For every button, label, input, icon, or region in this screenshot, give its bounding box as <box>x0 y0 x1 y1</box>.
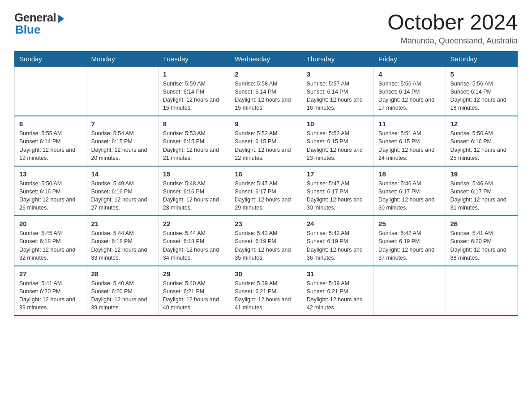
day-number: 30 <box>235 270 297 278</box>
day-info: Sunrise: 5:52 AMSunset: 6:15 PMDaylight:… <box>307 129 369 162</box>
day-number: 18 <box>378 170 441 178</box>
day-number: 7 <box>91 120 153 128</box>
day-info: Sunrise: 5:54 AMSunset: 6:15 PMDaylight:… <box>91 129 153 162</box>
calendar-cell: 26Sunrise: 5:41 AMSunset: 6:20 PMDayligh… <box>446 216 517 266</box>
calendar-cell: 8Sunrise: 5:53 AMSunset: 6:15 PMDaylight… <box>158 116 230 166</box>
day-number: 19 <box>450 170 513 178</box>
day-number: 29 <box>163 270 225 278</box>
day-number: 27 <box>19 270 82 278</box>
day-info: Sunrise: 5:42 AMSunset: 6:19 PMDaylight:… <box>378 229 441 262</box>
day-info: Sunrise: 5:48 AMSunset: 6:16 PMDaylight:… <box>163 180 225 212</box>
header-cell-monday: Monday <box>86 51 158 66</box>
day-info: Sunrise: 5:55 AMSunset: 6:14 PMDaylight:… <box>19 129 82 162</box>
calendar-week-row: 6Sunrise: 5:55 AMSunset: 6:14 PMDaylight… <box>15 116 518 166</box>
day-info: Sunrise: 5:42 AMSunset: 6:19 PMDaylight:… <box>307 229 369 262</box>
calendar-cell: 22Sunrise: 5:44 AMSunset: 6:18 PMDayligh… <box>158 216 230 266</box>
day-info: Sunrise: 5:53 AMSunset: 6:15 PMDaylight:… <box>163 129 225 162</box>
calendar-cell: 2Sunrise: 5:58 AMSunset: 6:14 PMDaylight… <box>230 66 302 116</box>
calendar-cell: 29Sunrise: 5:40 AMSunset: 6:21 PMDayligh… <box>158 266 230 316</box>
day-info: Sunrise: 5:39 AMSunset: 6:21 PMDaylight:… <box>307 279 369 312</box>
day-number: 24 <box>307 220 369 227</box>
day-info: Sunrise: 5:43 AMSunset: 6:19 PMDaylight:… <box>235 229 297 262</box>
logo-arrow-icon <box>58 14 64 23</box>
day-number: 25 <box>378 220 441 227</box>
logo-blue-text: Blue <box>15 23 40 37</box>
page-title: October 2024 <box>387 11 518 34</box>
day-number: 23 <box>235 220 297 227</box>
day-number: 6 <box>19 120 82 128</box>
day-number: 17 <box>307 170 369 178</box>
calendar-cell: 10Sunrise: 5:52 AMSunset: 6:15 PMDayligh… <box>302 116 373 166</box>
calendar-cell: 20Sunrise: 5:45 AMSunset: 6:18 PMDayligh… <box>15 216 86 266</box>
header: General Blue October 2024 Manunda, Queen… <box>14 11 518 46</box>
day-info: Sunrise: 5:50 AMSunset: 6:16 PMDaylight:… <box>19 180 82 212</box>
calendar-cell: 17Sunrise: 5:47 AMSunset: 6:17 PMDayligh… <box>302 166 373 216</box>
calendar-cell: 5Sunrise: 5:56 AMSunset: 6:14 PMDaylight… <box>446 66 517 116</box>
day-info: Sunrise: 5:44 AMSunset: 6:18 PMDaylight:… <box>163 229 225 262</box>
day-number: 1 <box>163 70 225 78</box>
day-number: 28 <box>91 270 153 278</box>
day-info: Sunrise: 5:58 AMSunset: 6:14 PMDaylight:… <box>235 80 297 112</box>
calendar-cell: 18Sunrise: 5:46 AMSunset: 6:17 PMDayligh… <box>374 166 446 216</box>
day-info: Sunrise: 5:39 AMSunset: 6:21 PMDaylight:… <box>235 279 297 312</box>
calendar-cell: 1Sunrise: 5:59 AMSunset: 6:14 PMDaylight… <box>158 66 230 116</box>
calendar-cell: 25Sunrise: 5:42 AMSunset: 6:19 PMDayligh… <box>374 216 446 266</box>
calendar-header-row: SundayMondayTuesdayWednesdayThursdayFrid… <box>15 51 518 66</box>
subtitle: Manunda, Queensland, Australia <box>387 36 518 46</box>
day-info: Sunrise: 5:46 AMSunset: 6:17 PMDaylight:… <box>450 180 513 212</box>
day-number: 9 <box>235 120 297 128</box>
day-info: Sunrise: 5:45 AMSunset: 6:18 PMDaylight:… <box>19 229 82 262</box>
calendar-cell: 11Sunrise: 5:51 AMSunset: 6:15 PMDayligh… <box>374 116 446 166</box>
day-info: Sunrise: 5:47 AMSunset: 6:17 PMDaylight:… <box>235 180 297 212</box>
day-number: 12 <box>450 120 513 128</box>
day-info: Sunrise: 5:50 AMSunset: 6:16 PMDaylight:… <box>450 129 513 162</box>
day-info: Sunrise: 5:56 AMSunset: 6:14 PMDaylight:… <box>378 80 441 112</box>
calendar-cell <box>446 266 517 316</box>
day-number: 5 <box>450 70 513 78</box>
calendar-cell: 19Sunrise: 5:46 AMSunset: 6:17 PMDayligh… <box>446 166 517 216</box>
calendar-week-row: 20Sunrise: 5:45 AMSunset: 6:18 PMDayligh… <box>15 216 518 266</box>
header-cell-tuesday: Tuesday <box>158 51 230 66</box>
calendar-cell <box>86 66 158 116</box>
day-number: 16 <box>235 170 297 178</box>
day-number: 4 <box>378 70 441 78</box>
title-section: October 2024 Manunda, Queensland, Austra… <box>387 11 518 46</box>
calendar-cell: 13Sunrise: 5:50 AMSunset: 6:16 PMDayligh… <box>15 166 86 216</box>
day-info: Sunrise: 5:49 AMSunset: 6:16 PMDaylight:… <box>91 180 153 212</box>
day-number: 14 <box>91 170 153 178</box>
day-info: Sunrise: 5:52 AMSunset: 6:15 PMDaylight:… <box>235 129 297 162</box>
day-info: Sunrise: 5:46 AMSunset: 6:17 PMDaylight:… <box>378 180 441 212</box>
calendar-cell: 15Sunrise: 5:48 AMSunset: 6:16 PMDayligh… <box>158 166 230 216</box>
calendar-cell: 9Sunrise: 5:52 AMSunset: 6:15 PMDaylight… <box>230 116 302 166</box>
day-info: Sunrise: 5:56 AMSunset: 6:14 PMDaylight:… <box>450 80 513 112</box>
calendar-cell: 23Sunrise: 5:43 AMSunset: 6:19 PMDayligh… <box>230 216 302 266</box>
day-info: Sunrise: 5:44 AMSunset: 6:18 PMDaylight:… <box>91 229 153 262</box>
day-number: 20 <box>19 220 82 227</box>
day-info: Sunrise: 5:40 AMSunset: 6:20 PMDaylight:… <box>91 279 153 312</box>
day-info: Sunrise: 5:41 AMSunset: 6:20 PMDaylight:… <box>19 279 82 312</box>
day-info: Sunrise: 5:51 AMSunset: 6:15 PMDaylight:… <box>378 129 441 162</box>
calendar-cell: 27Sunrise: 5:41 AMSunset: 6:20 PMDayligh… <box>15 266 86 316</box>
day-number: 11 <box>378 120 441 128</box>
calendar-cell: 14Sunrise: 5:49 AMSunset: 6:16 PMDayligh… <box>86 166 158 216</box>
header-cell-thursday: Thursday <box>302 51 373 66</box>
day-number: 2 <box>235 70 297 78</box>
calendar-table: SundayMondayTuesdayWednesdayThursdayFrid… <box>14 51 518 317</box>
calendar-cell: 3Sunrise: 5:57 AMSunset: 6:14 PMDaylight… <box>302 66 373 116</box>
day-number: 10 <box>307 120 369 128</box>
calendar-cell: 12Sunrise: 5:50 AMSunset: 6:16 PMDayligh… <box>446 116 517 166</box>
day-info: Sunrise: 5:41 AMSunset: 6:20 PMDaylight:… <box>450 229 513 262</box>
day-number: 13 <box>19 170 82 178</box>
calendar-week-row: 1Sunrise: 5:59 AMSunset: 6:14 PMDaylight… <box>15 66 518 116</box>
day-info: Sunrise: 5:59 AMSunset: 6:14 PMDaylight:… <box>163 80 225 112</box>
calendar-cell: 7Sunrise: 5:54 AMSunset: 6:15 PMDaylight… <box>86 116 158 166</box>
calendar-cell: 16Sunrise: 5:47 AMSunset: 6:17 PMDayligh… <box>230 166 302 216</box>
calendar-cell: 21Sunrise: 5:44 AMSunset: 6:18 PMDayligh… <box>86 216 158 266</box>
calendar-week-row: 13Sunrise: 5:50 AMSunset: 6:16 PMDayligh… <box>15 166 518 216</box>
day-number: 22 <box>163 220 225 227</box>
day-number: 3 <box>307 70 369 78</box>
calendar-cell: 24Sunrise: 5:42 AMSunset: 6:19 PMDayligh… <box>302 216 373 266</box>
calendar-cell <box>15 66 86 116</box>
calendar-cell: 30Sunrise: 5:39 AMSunset: 6:21 PMDayligh… <box>230 266 302 316</box>
day-info: Sunrise: 5:57 AMSunset: 6:14 PMDaylight:… <box>307 80 369 112</box>
